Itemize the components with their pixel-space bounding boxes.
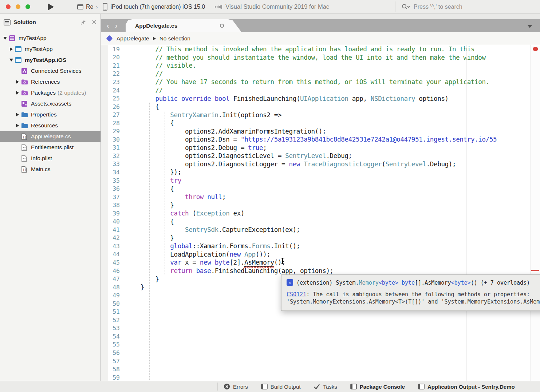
pin-pane-icon[interactable]: [80, 19, 86, 25]
line-number[interactable]: 27: [101, 111, 126, 118]
line-number[interactable]: 34: [101, 169, 126, 176]
line-number[interactable]: 38: [101, 202, 126, 209]
code-line-34[interactable]: 34 });: [101, 168, 540, 177]
line-number[interactable]: 57: [101, 358, 126, 365]
code-line-44[interactable]: 44 LoadApplication(new App());: [101, 250, 540, 259]
modified-indicator-icon[interactable]: [220, 24, 224, 28]
line-number[interactable]: 55: [101, 341, 126, 348]
code-line-30[interactable]: 30 options2.Dsn = "https://5a193123a9b84…: [101, 135, 540, 144]
tree-item-assets-xcassets[interactable]: Assets.xcassets: [0, 98, 100, 109]
line-number[interactable]: 22: [101, 70, 126, 77]
code-line-27[interactable]: 27 SentryXamarin.Init(options2 =>: [101, 111, 540, 119]
line-number[interactable]: 46: [101, 268, 126, 274]
line-number[interactable]: 52: [101, 317, 126, 324]
code-line-32[interactable]: 32 options2.DiagnosticLevel = SentryLeve…: [101, 152, 540, 160]
line-number[interactable]: 32: [101, 153, 126, 159]
code-line-57[interactable]: 57: [101, 357, 540, 365]
line-number[interactable]: 59: [101, 374, 126, 381]
line-number[interactable]: 31: [101, 144, 126, 151]
statusbar-package-console[interactable]: Package Console: [350, 384, 405, 390]
code-line-38[interactable]: 38 }: [101, 201, 540, 209]
statusbar-errors[interactable]: Errors: [224, 383, 248, 390]
code-line-23[interactable]: 23 // You have 17 seconds to return from…: [101, 78, 540, 86]
line-number[interactable]: 25: [101, 95, 126, 102]
line-number[interactable]: 24: [101, 87, 126, 94]
tree-item-info-plist[interactable]: Info.plist: [0, 153, 100, 164]
disclosure-right-icon[interactable]: [15, 91, 20, 95]
device-selector[interactable]: iPod touch (7th generation) iOS 15.0: [103, 3, 205, 11]
code-line-28[interactable]: 28 {: [101, 119, 540, 127]
scrollbar[interactable]: [531, 45, 540, 381]
code-line-24[interactable]: 24 //: [101, 86, 540, 95]
navigate-forward-button[interactable]: ›: [115, 21, 118, 30]
code-line-45[interactable]: 45 var x = new byte[2].AsMemory();: [101, 258, 540, 267]
close-window-button[interactable]: [6, 4, 11, 9]
zoom-window-button[interactable]: [25, 4, 30, 9]
disclosure-down-icon[interactable]: [2, 37, 8, 40]
tree-item-properties[interactable]: Properties: [0, 109, 100, 120]
code-line-46[interactable]: 46 return base.FinishedLaunching(app, op…: [101, 267, 540, 275]
code-line-31[interactable]: 31 options2.Debug = true;: [101, 144, 540, 152]
code-line-21[interactable]: 21 // visible.: [101, 62, 540, 70]
code-line-58[interactable]: 58: [101, 365, 540, 373]
code-line-42[interactable]: 42 }: [101, 234, 540, 242]
code-line-59[interactable]: 59: [101, 373, 540, 381]
tree-item-mytestapp[interactable]: myTestApp: [0, 33, 100, 44]
disclosure-right-icon[interactable]: [15, 80, 20, 84]
line-number[interactable]: 28: [101, 120, 126, 127]
line-number[interactable]: 33: [101, 161, 126, 167]
line-number[interactable]: 47: [101, 276, 126, 282]
line-number[interactable]: 41: [101, 226, 126, 233]
minimize-window-button[interactable]: [16, 4, 20, 9]
statusbar-build-output[interactable]: Build Output: [261, 384, 301, 390]
breadcrumb-class[interactable]: AppDelegate: [117, 35, 149, 42]
code-line-25[interactable]: 25 public override bool FinishedLaunchin…: [101, 94, 540, 103]
line-number[interactable]: 21: [101, 62, 126, 69]
error-indicator-icon[interactable]: [533, 47, 538, 51]
code-line-41[interactable]: 41 SentrySdk.CaptureException(ex);: [101, 226, 540, 234]
code-line-35[interactable]: 35 try: [101, 177, 540, 185]
disclosure-right-icon[interactable]: [8, 47, 14, 51]
tree-item-mytestapp-ios[interactable]: myTestApp.iOS: [0, 55, 100, 66]
code-line-52[interactable]: 52: [101, 316, 540, 324]
line-number[interactable]: 50: [101, 300, 126, 307]
line-number[interactable]: 48: [101, 284, 126, 291]
line-number[interactable]: 39: [101, 210, 126, 217]
tree-item-main-cs[interactable]: {}Main.cs: [0, 164, 100, 175]
tree-item-references[interactable]: References: [0, 76, 100, 87]
tree-item-resources[interactable]: Resources: [0, 120, 100, 131]
line-number[interactable]: 29: [101, 128, 126, 135]
build-configuration-selector[interactable]: Re ›: [77, 4, 98, 10]
statusbar-tasks[interactable]: Tasks: [314, 384, 337, 390]
line-number[interactable]: 56: [101, 349, 126, 356]
line-number[interactable]: 44: [101, 251, 126, 258]
code-line-53[interactable]: 53: [101, 324, 540, 333]
line-number[interactable]: 37: [101, 194, 126, 201]
line-number[interactable]: 51: [101, 308, 126, 315]
tree-item-mytestapp[interactable]: myTestApp: [0, 44, 100, 55]
line-number[interactable]: 35: [101, 177, 126, 184]
tree-item-entitlements-plist[interactable]: Entitlements.plist: [0, 142, 100, 153]
line-number[interactable]: 58: [101, 366, 126, 373]
code-line-33[interactable]: 33 options2.DiagnosticLogger = new Trace…: [101, 160, 540, 169]
tab-appdelegate[interactable]: AppDelegate.cs: [126, 19, 241, 32]
code-line-54[interactable]: 54: [101, 332, 540, 341]
disclosure-right-icon[interactable]: [15, 124, 20, 127]
code-editor[interactable]: 19 // This method is invoked when the ap…: [101, 45, 540, 381]
code-line-36[interactable]: 36 {: [101, 185, 540, 193]
line-number[interactable]: 30: [101, 136, 126, 143]
code-line-26[interactable]: 26 {: [101, 103, 540, 111]
line-number[interactable]: 40: [101, 218, 126, 225]
code-line-37[interactable]: 37 throw null;: [101, 193, 540, 201]
tree-item-packages[interactable]: Packages(2 updates): [0, 87, 100, 98]
tree-item-appdelegate-cs[interactable]: {}AppDelegate.cs: [0, 131, 100, 142]
close-pane-icon[interactable]: [91, 19, 97, 25]
line-number[interactable]: 23: [101, 79, 126, 86]
code-line-56[interactable]: 56: [101, 349, 540, 357]
disclosure-down-icon[interactable]: [8, 59, 14, 62]
code-line-22[interactable]: 22 //: [101, 70, 540, 78]
search-box[interactable]: Press '^,' to search: [395, 1, 537, 12]
line-number[interactable]: 53: [101, 325, 126, 332]
line-number[interactable]: 36: [101, 185, 126, 192]
navigate-back-button[interactable]: ‹: [107, 21, 109, 30]
